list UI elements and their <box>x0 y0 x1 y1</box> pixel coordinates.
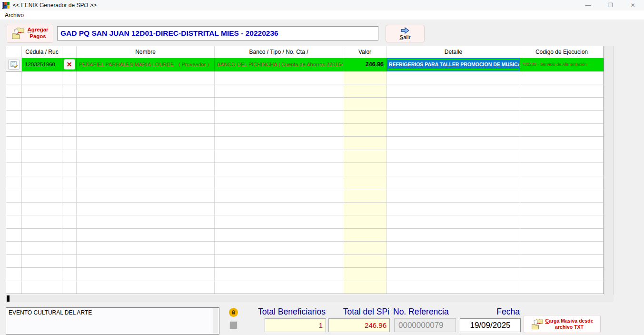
header-blank2 <box>62 46 77 58</box>
salir-label: Salir <box>399 34 410 40</box>
entity-title-input[interactable] <box>57 26 378 41</box>
menu-item-archivo[interactable]: Archivo <box>0 12 29 19</box>
table-body: 1203251960 ✕ PEÑAFIEL PARRALES MARIA LOU… <box>6 58 604 294</box>
edit-form-icon[interactable] <box>8 60 20 70</box>
window-title: << FENIX Generador de SPi3 >> <box>13 2 97 9</box>
delete-x-icon[interactable]: ✕ <box>64 59 75 70</box>
menu-bar: Archivo <box>0 10 644 20</box>
horizontal-scrollbar-thumb[interactable] <box>7 295 10 302</box>
empty-table-row[interactable] <box>6 176 604 190</box>
total-beneficiarios-label: Total Beneficiarios <box>246 307 326 317</box>
app-window: << FENIX Generador de SPi3 >> — ❐ ✕ Arch… <box>0 0 644 335</box>
header-valor: Valor <box>343 46 387 58</box>
header-detalle: Detalle <box>387 46 520 58</box>
empty-table-row[interactable] <box>6 111 604 124</box>
agregar-pagos-label: Agregar Pagos <box>27 27 48 40</box>
horizontal-scrollbar[interactable] <box>6 295 614 302</box>
header-nombre: Nombre <box>77 46 215 58</box>
exit-arrow-icon <box>400 27 410 34</box>
codigo-ejecucion-cell[interactable]: 730235 - Servicio de Alimentación <box>520 58 604 71</box>
fecha-label: Fecha <box>460 307 520 317</box>
no-referencia-field <box>394 318 456 332</box>
app-icon <box>2 1 10 9</box>
empty-table-row[interactable] <box>6 255 604 268</box>
agregar-pagos-button[interactable]: Agregar Pagos <box>7 24 53 43</box>
total-spi-field[interactable] <box>328 318 390 332</box>
close-button[interactable]: ✕ <box>622 0 644 10</box>
empty-table-row[interactable] <box>6 215 604 229</box>
payment-row[interactable]: 1203251960 ✕ PEÑAFIEL PARRALES MARIA LOU… <box>6 58 604 71</box>
empty-table-row[interactable] <box>6 124 604 137</box>
empty-table-row[interactable] <box>6 242 604 255</box>
edit-row-cell[interactable] <box>6 58 22 71</box>
observacion-box: EVENTO CULTURAL DEL ARTE <box>6 307 219 335</box>
title-bar: << FENIX Generador de SPi3 >> — ❐ ✕ <box>0 0 644 10</box>
delete-row-cell[interactable]: ✕ <box>62 58 77 71</box>
nombre-cell[interactable]: PEÑAFIEL PARRALES MARIA LOURDE ( Proveed… <box>77 58 215 71</box>
total-beneficiarios-field[interactable] <box>265 318 326 332</box>
cedula-cell[interactable]: 1203251960 <box>22 58 62 71</box>
empty-table-row[interactable] <box>6 150 604 163</box>
total-spi-label: Total del SPi <box>334 307 389 317</box>
banco-cell[interactable]: BANCO DEL PICHINCHA [ Cuenta de Ahorros … <box>215 58 343 71</box>
status-color-swatch[interactable] <box>229 321 238 329</box>
empty-table-row[interactable] <box>6 71 604 85</box>
lock-icon <box>229 308 238 317</box>
no-referencia-label: No. Referencia <box>393 307 449 317</box>
folders-arrow-icon <box>11 27 25 40</box>
carga-masiva-button[interactable]: Carga Masiva desde archivo TXT <box>524 315 601 333</box>
payments-table: Cédula / Ruc Nombre Banco / Tipo / No. C… <box>6 46 604 294</box>
observacion-scrollbar[interactable] <box>213 308 218 334</box>
valor-cell[interactable]: 246.96 <box>343 58 387 71</box>
detalle-selected-text: REFRIGERIOS PARA TALLER PROMOCION DE MUS… <box>387 60 519 69</box>
carga-masiva-label: Carga Masiva desde archivo TXT <box>545 318 594 330</box>
empty-table-row[interactable] <box>6 203 604 216</box>
vertical-scrollbar[interactable] <box>604 46 614 302</box>
table-header-row: Cédula / Ruc Nombre Banco / Tipo / No. C… <box>6 46 604 58</box>
empty-table-row[interactable] <box>6 189 604 203</box>
detalle-cell-selected[interactable]: REFRIGERIOS PARA TALLER PROMOCION DE MUS… <box>387 58 520 71</box>
fecha-field[interactable] <box>460 318 521 332</box>
empty-table-row[interactable] <box>6 98 604 111</box>
folders-arrow-icon <box>531 318 544 330</box>
empty-table-row[interactable] <box>6 84 604 98</box>
header-blank1 <box>6 46 22 58</box>
salir-button[interactable]: Salir <box>386 25 425 42</box>
empty-table-row[interactable] <box>6 137 604 150</box>
header-cedula: Cédula / Ruc <box>22 46 62 58</box>
restore-button[interactable]: ❐ <box>599 0 622 10</box>
empty-table-row[interactable] <box>6 229 604 242</box>
empty-table-row[interactable] <box>6 268 604 281</box>
header-banco: Banco / Tipo / No. Cta / <box>215 46 343 58</box>
empty-table-row[interactable] <box>6 163 604 176</box>
observacion-textarea[interactable]: EVENTO CULTURAL DEL ARTE <box>6 308 219 334</box>
header-codigo: Codigo de Ejecucion <box>520 46 604 58</box>
empty-table-row[interactable] <box>6 281 604 294</box>
minimize-button[interactable]: — <box>577 0 599 10</box>
